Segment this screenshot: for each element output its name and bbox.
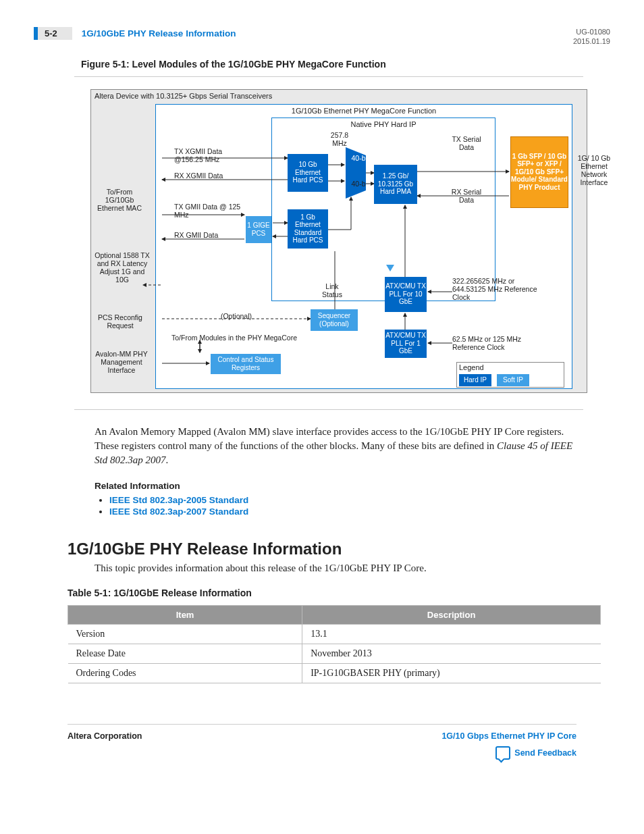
label-1588: Optional 1588 TX and RX Latency Adjust 1…: [93, 251, 151, 284]
label-net-iface: 1G/ 10 Gb Ethernet Network Interface: [574, 154, 614, 186]
label-tx-gmii: TX GMII Data @ 125 MHz: [174, 203, 242, 219]
page-header: 5-2 1G/10GbE PHY Release Information UG-…: [34, 27, 610, 47]
release-table: Item Description Version13.1Release Date…: [68, 605, 601, 683]
label-ref-10g: 322.265625 MHz or 644.53125 MHz Referenc…: [452, 277, 540, 301]
legend-soft-ip: Soft IP: [497, 374, 529, 386]
block-hard-pma: 1.25 Gb/ 10.3125 Gb Hard PMA: [374, 165, 417, 204]
th-item: Item: [68, 605, 302, 624]
doc-date: 2015.01.19: [573, 36, 610, 46]
label-rx-gmii: RX GMII Data: [174, 231, 242, 239]
legend-title: Legend: [459, 363, 484, 372]
link-ieee-2005[interactable]: IEEE Std 802.3ap-2005 Standard: [109, 495, 248, 505]
link-ieee-2007[interactable]: IEEE Std 802.3ap-2007 Standard: [109, 506, 248, 517]
feedback-label: Send Feedback: [514, 748, 576, 758]
block-1g-hard-pcs: 1 Gb Ethernet Standard Hard PCS: [288, 209, 328, 249]
block-atx-10g: ATX/CMU TX PLL For 10 GbE: [385, 277, 427, 312]
label-tx-xgmii: TX XGMII Data @156.25 MHz: [174, 147, 242, 163]
label-optional: (Optional): [216, 312, 257, 320]
block-10g-hard-pcs: 10 Gb Ethernet Hard PCS: [288, 154, 328, 192]
th-description: Description: [302, 605, 601, 624]
label-rx-serial: RX Serial Data: [450, 188, 483, 204]
section-intro: This topic provides information about th…: [95, 563, 576, 574]
label-40b-top: 40-b: [348, 154, 369, 162]
label-link-status: Link Status: [317, 282, 347, 298]
label-to-from-modules: To/From Modules in the PHY MegaCore: [171, 334, 306, 342]
body-paragraph: An Avalon Memory Mapped (Avalon MM) slav…: [95, 425, 576, 467]
feedback-icon: [495, 746, 510, 760]
section-heading: 1G/10GbE PHY Release Information: [68, 540, 610, 558]
table-row: Release DateNovember 2013: [68, 644, 601, 663]
figure-caption: Figure 5-1: Level Modules of the 1G/10Gb…: [81, 59, 610, 70]
native-title: Native PHY Hard IP: [271, 120, 495, 129]
block-gige-pcs: 1 GIGE PCS: [246, 216, 271, 243]
table-caption: Table 5-1: 1G/10GbE Release Information: [68, 588, 610, 598]
label-ref-1g: 62.5 MHz or 125 MHz Reference Clock: [452, 335, 540, 351]
legend-hard-ip: Hard IP: [459, 374, 491, 386]
block-atx-1g: ATX/CMU TX PLL For 1 GbE: [385, 330, 427, 358]
doc-id: UG-01080: [573, 27, 610, 36]
related-heading: Related Information: [95, 481, 610, 491]
outer-box-title: Altera Device with 10.3125+ Gbps Serial …: [95, 92, 272, 101]
megacore-title: 1G/10Gb Ethernet PHY MegaCore Function: [155, 107, 572, 115]
label-257mhz: 257.8 MHz: [323, 131, 356, 147]
block-diagram: Altera Device with 10.3125+ Gbps Serial …: [74, 89, 601, 393]
related-links: IEEE Std 802.3ap-2005 Standard IEEE Std …: [95, 495, 610, 517]
label-40b-bot: 40-b: [348, 180, 369, 188]
send-feedback-link[interactable]: Send Feedback: [495, 746, 576, 760]
footer-doc-title[interactable]: 1G/10 Gbps Ethernet PHY IP Core: [441, 731, 576, 741]
table-row: Version13.1: [68, 624, 601, 644]
table-row: Ordering CodesIP-1G10GBASER PHY (primary…: [68, 663, 601, 683]
footer-corp: Altera Corporation: [68, 731, 142, 741]
block-sequencer: Sequencer (Optional): [311, 309, 358, 331]
label-tx-serial: TX Serial Data: [450, 135, 483, 151]
label-avalon-mm: Avalon-MM PHY Management Interface: [90, 350, 153, 374]
label-rx-xgmii: RX XGMII Data: [174, 172, 242, 180]
block-sfp: 1 Gb SFP / 10 Gb SFP+ or XFP / 1G/10 Gb …: [510, 136, 568, 208]
running-title: 1G/10GbE PHY Release Information: [82, 28, 236, 38]
page-number: 5-2: [34, 27, 72, 40]
block-csr: Control and Status Registers: [211, 354, 281, 374]
label-pcs-reconfig: PCS Reconfig Request: [93, 313, 147, 330]
label-to-from-mac: To/From 1G/10Gb Ethernet MAC: [93, 188, 146, 212]
